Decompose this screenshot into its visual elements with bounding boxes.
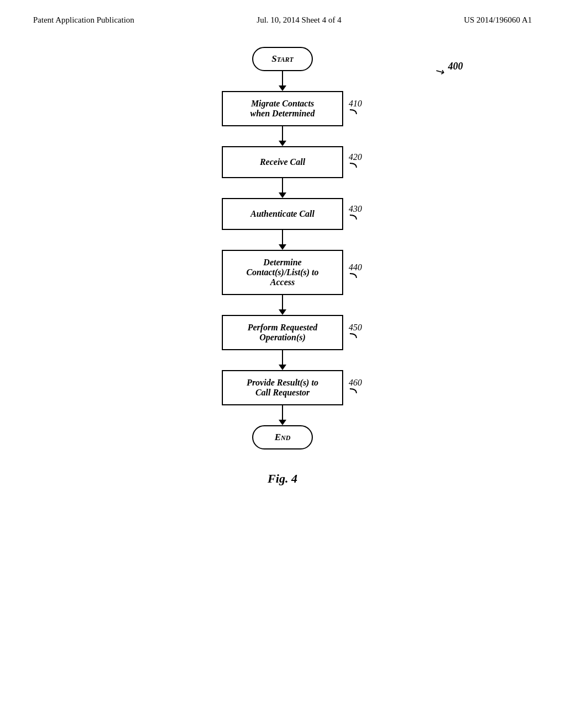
header-patent-number: US 2014/196060 A1 bbox=[464, 15, 532, 25]
start-label: Start bbox=[271, 53, 293, 64]
step-430-label: 430 bbox=[349, 204, 362, 224]
arrow-line-2 bbox=[282, 126, 283, 141]
flowchart: Start Migrate Contactswhen Determined 41… bbox=[211, 47, 354, 486]
step-450-wrapper: Perform RequestedOperation(s) 450 bbox=[222, 315, 343, 350]
step-440-hook-icon bbox=[349, 272, 359, 280]
figure-label: Fig. 4 bbox=[268, 472, 297, 486]
step-410-hook-icon bbox=[349, 109, 359, 116]
step-450-label: 450 bbox=[349, 323, 362, 342]
arrow-head-3 bbox=[279, 192, 286, 198]
arrow-head-4 bbox=[279, 244, 286, 250]
step-410-text: Migrate Contactswhen Determined bbox=[250, 99, 315, 118]
arrow-5 bbox=[279, 295, 286, 315]
arrow-7 bbox=[279, 405, 286, 425]
page-header: Patent Application Publication Jul. 10, … bbox=[0, 0, 565, 25]
arrow-2 bbox=[279, 126, 286, 146]
step-440-wrapper: DetermineContact(s)/List(s) toAccess 440 bbox=[222, 250, 343, 295]
step-450-hook-icon bbox=[349, 333, 359, 340]
step-420-box: Receive Call bbox=[222, 146, 343, 178]
arrow-3 bbox=[279, 178, 286, 198]
step-460-hook-icon bbox=[349, 388, 359, 395]
arrow-line-4 bbox=[282, 230, 283, 244]
arrow-head-1 bbox=[279, 85, 286, 91]
step-420-text: Receive Call bbox=[260, 157, 305, 167]
step-450-box: Perform RequestedOperation(s) bbox=[222, 315, 343, 350]
step-450-text: Perform RequestedOperation(s) bbox=[248, 323, 318, 342]
end-label: End bbox=[275, 432, 291, 442]
step-460-box: Provide Result(s) toCall Requestor bbox=[222, 370, 343, 405]
start-pill: Start bbox=[252, 47, 313, 71]
arrow-head-7 bbox=[279, 420, 286, 425]
arrow-line-6 bbox=[282, 350, 283, 365]
arrow-1 bbox=[279, 71, 286, 91]
step-460-wrapper: Provide Result(s) toCall Requestor 460 bbox=[222, 370, 343, 405]
step-420-wrapper: Receive Call 420 bbox=[222, 146, 343, 178]
arrow-6 bbox=[279, 350, 286, 370]
step-430-wrapper: Authenticate Call 430 bbox=[222, 198, 343, 230]
end-node: End bbox=[252, 425, 313, 449]
step-440-text: DetermineContact(s)/List(s) toAccess bbox=[246, 258, 318, 287]
step-430-text: Authenticate Call bbox=[250, 209, 315, 218]
step-430-hook-icon bbox=[349, 214, 359, 222]
step-430-box: Authenticate Call bbox=[222, 198, 343, 230]
start-node: Start bbox=[252, 47, 313, 71]
arrow-head-6 bbox=[279, 365, 286, 370]
arrow-line-7 bbox=[282, 405, 283, 420]
step-410-label: 410 bbox=[349, 99, 362, 119]
step-460-text: Provide Result(s) toCall Requestor bbox=[247, 378, 318, 397]
arrow-line-1 bbox=[282, 71, 283, 85]
header-date-sheet: Jul. 10, 2014 Sheet 4 of 4 bbox=[257, 15, 341, 25]
step-460-label: 460 bbox=[349, 378, 362, 398]
arrow-line-3 bbox=[282, 178, 283, 192]
arrow-head-2 bbox=[279, 141, 286, 146]
step-440-label: 440 bbox=[349, 263, 362, 282]
diagram-area: 400 ↙ Start Migrate Contactswhen Determi… bbox=[0, 30, 565, 703]
diagram-ref-number: 400 bbox=[448, 61, 463, 72]
end-pill: End bbox=[252, 425, 313, 449]
arrow-line-5 bbox=[282, 295, 283, 309]
header-publication-label: Patent Application Publication bbox=[33, 15, 134, 25]
step-410-wrapper: Migrate Contactswhen Determined 410 bbox=[222, 91, 343, 126]
ref-arrow-icon: ↙ bbox=[433, 63, 447, 79]
step-410-box: Migrate Contactswhen Determined bbox=[222, 91, 343, 126]
step-440-box: DetermineContact(s)/List(s) toAccess bbox=[222, 250, 343, 295]
step-420-hook-icon bbox=[349, 162, 359, 170]
step-420-label: 420 bbox=[349, 152, 362, 172]
arrow-4 bbox=[279, 230, 286, 250]
arrow-head-5 bbox=[279, 309, 286, 315]
